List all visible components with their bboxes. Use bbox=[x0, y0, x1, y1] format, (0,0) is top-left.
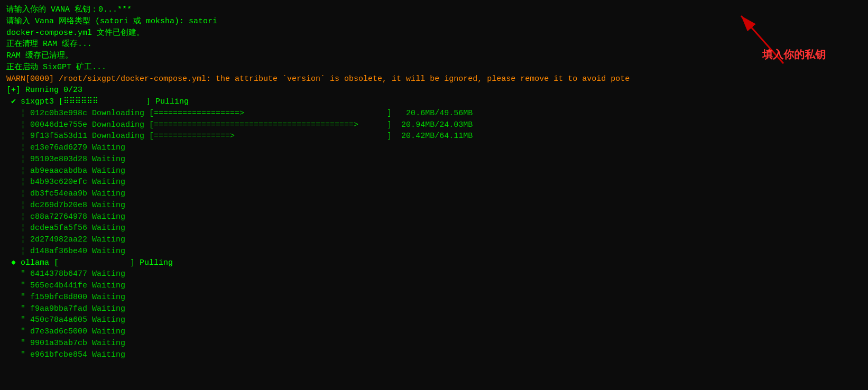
terminal-line: " e961bfcbe854 Waiting bbox=[6, 349, 862, 361]
terminal-line: ✔ sixgpt3 [⠿⠿⠿⠿⠿⠿ ] Pulling bbox=[6, 96, 862, 108]
terminal-line: " 9901a35ab7cb Waiting bbox=[6, 338, 862, 349]
terminal-line: " 6414378b6477 Waiting bbox=[6, 268, 862, 280]
terminal-line: ¦ e13e76ad6279 Waiting bbox=[6, 142, 862, 154]
terminal-line: ¦ 95103e803d28 Waiting bbox=[6, 154, 862, 165]
terminal-line: 正在清理 RAM 缓存... bbox=[6, 39, 862, 50]
terminal-line: 请输入 Vana 网络类型 (satori 或 moksha): satori bbox=[6, 16, 862, 27]
terminal-line: " d7e3ad6c5000 Waiting bbox=[6, 326, 862, 338]
terminal-line: ¦ dc269d7b20e8 Waiting bbox=[6, 200, 862, 211]
terminal-line: ¦ d148af36be40 Waiting bbox=[6, 246, 862, 257]
terminal-line: " f9aa9bba7fad Waiting bbox=[6, 303, 862, 315]
terminal-line: 请输入你的 VANA 私钥：0...*** bbox=[6, 4, 862, 16]
terminal-line: 正在启动 SixGPT 矿工... bbox=[6, 62, 862, 73]
terminal-line: WARN[0000] /root/sixgpt/docker-compose.y… bbox=[6, 73, 862, 85]
terminal-line: " f159bfc8d800 Waiting bbox=[6, 292, 862, 303]
terminal-line: ¦ db3fc54eaa9b Waiting bbox=[6, 188, 862, 200]
terminal-line: " 565ec4b441fe Waiting bbox=[6, 280, 862, 292]
terminal-window: 请输入你的 VANA 私钥：0...***请输入 Vana 网络类型 (sato… bbox=[0, 0, 868, 390]
terminal-line: RAM 缓存已清理。 bbox=[6, 50, 862, 62]
terminal-line: ¦ c88a72764978 Waiting bbox=[6, 211, 862, 223]
terminal-line: [+] Running 0/23 bbox=[6, 85, 862, 96]
terminal-line: ¦ ab9eaacabdba Waiting bbox=[6, 165, 862, 177]
terminal-content: 请输入你的 VANA 私钥：0...***请输入 Vana 网络类型 (sato… bbox=[6, 4, 862, 360]
terminal-line: docker-compose.yml 文件已创建。 bbox=[6, 27, 862, 39]
terminal-line: ¦ 2d274982aa22 Waiting bbox=[6, 234, 862, 246]
terminal-line: " 450c78a4a605 Waiting bbox=[6, 314, 862, 326]
terminal-line: ¦ 00046d1e755e Downloading [============… bbox=[6, 119, 862, 131]
terminal-line: ¦ 9f13f5a53d11 Downloading [============… bbox=[6, 131, 862, 142]
terminal-line: ¦ dcdea5fa5f56 Waiting bbox=[6, 222, 862, 234]
terminal-line: ✸ ollama [ ] Pulling bbox=[6, 257, 862, 269]
terminal-line: ¦ 012c0b3e998c Downloading [============… bbox=[6, 108, 862, 119]
terminal-line: ¦ b4b93c620efc Waiting bbox=[6, 177, 862, 188]
